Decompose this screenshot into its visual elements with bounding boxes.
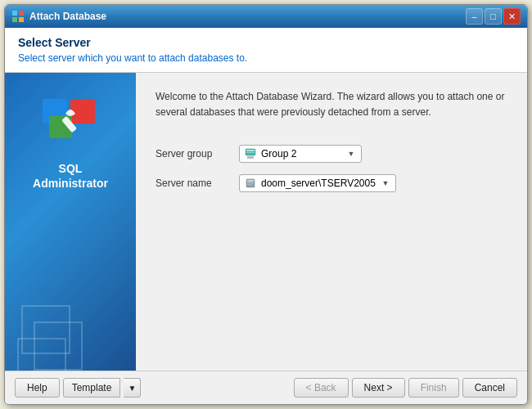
svg-rect-5 [70, 99, 95, 124]
right-panel: Welcome to the Attach Database Wizard. T… [136, 73, 527, 371]
product-name: SQL Administrator [33, 161, 108, 191]
help-button[interactable]: Help [15, 378, 60, 398]
svg-rect-11 [247, 156, 254, 159]
description-highlight: which you want to attach databases to. [78, 52, 247, 64]
server-group-icon [245, 148, 256, 160]
svg-rect-1 [19, 11, 24, 16]
server-name-icon [245, 178, 256, 189]
section-description: Select server which you want to attach d… [18, 52, 514, 64]
window-controls: – □ ✕ [466, 8, 521, 25]
back-button[interactable]: < Back [294, 378, 349, 398]
footer-left-buttons: Help Template ▼ [15, 378, 141, 398]
sql-admin-logo [41, 97, 100, 153]
left-panel: SQL Administrator [5, 73, 136, 371]
close-button[interactable]: ✕ [503, 8, 521, 25]
next-button[interactable]: Next > [352, 378, 405, 398]
server-name-label: Server name [156, 178, 229, 189]
server-group-arrow-icon: ▼ [346, 149, 356, 159]
section-title: Select Server [18, 36, 514, 49]
server-group-value: Group 2 [261, 148, 341, 160]
server-group-dropdown[interactable]: Group 2 ▼ [239, 145, 362, 163]
svg-rect-14 [247, 182, 254, 183]
window-title: Attach Database [29, 11, 466, 22]
svg-rect-15 [247, 184, 251, 185]
svg-rect-10 [246, 152, 255, 153]
svg-rect-0 [12, 11, 17, 16]
footer: Help Template ▼ < Back Next > Finish Can… [5, 371, 527, 404]
main-content: SQL Administrator Welcome to the Attach … [5, 73, 527, 371]
finish-button[interactable]: Finish [408, 378, 459, 398]
template-dropdown-button[interactable]: ▼ [124, 378, 141, 398]
bg-square-3 [17, 338, 66, 371]
welcome-text: Welcome to the Attach Database Wizard. T… [156, 89, 507, 120]
server-name-row: Server name doom_server\TSERV2005 ▼ [156, 174, 507, 192]
main-window: Attach Database – □ ✕ Select Server Sele… [4, 4, 528, 405]
footer-right-buttons: < Back Next > Finish Cancel [294, 378, 517, 398]
server-group-row: Server group Group 2 ▼ [156, 145, 507, 163]
form-area: Server group Group 2 ▼ Server [156, 145, 507, 192]
svg-rect-9 [246, 150, 255, 151]
description-prefix: Select server [18, 52, 78, 64]
svg-rect-2 [12, 17, 17, 22]
server-group-label: Server group [156, 148, 229, 160]
header-section: Select Server Select server which you wa… [5, 28, 527, 73]
svg-rect-13 [247, 180, 254, 182]
minimize-button[interactable]: – [466, 8, 483, 25]
restore-button[interactable]: □ [485, 8, 502, 25]
template-button[interactable]: Template [63, 378, 121, 398]
cancel-button[interactable]: Cancel [462, 378, 517, 398]
server-name-arrow-icon: ▼ [381, 178, 390, 188]
server-name-value: doom_server\TSERV2005 [261, 178, 376, 189]
decorative-bg [13, 305, 83, 354]
title-bar: Attach Database – □ ✕ [5, 5, 527, 28]
svg-rect-3 [19, 17, 24, 22]
server-name-dropdown[interactable]: doom_server\TSERV2005 ▼ [239, 174, 396, 192]
window-icon [11, 10, 25, 23]
